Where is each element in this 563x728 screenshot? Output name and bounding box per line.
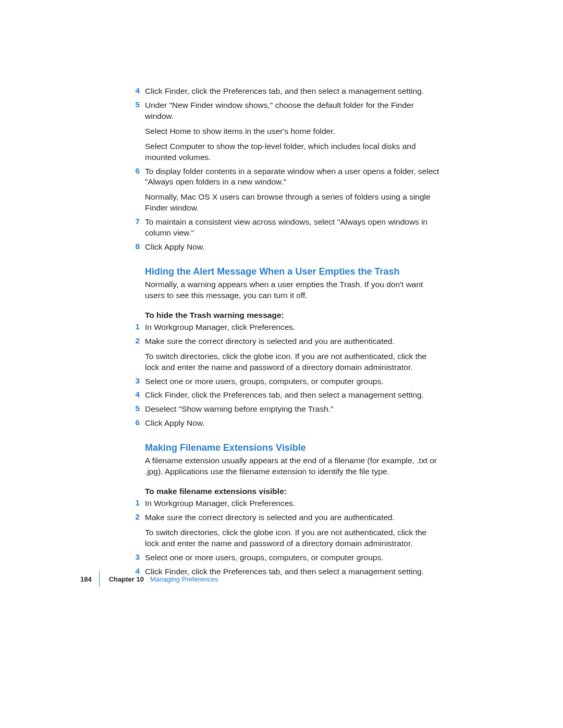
numbered-step: 4Click Finder, click the Preferences tab…: [127, 390, 440, 401]
section-heading-1: Hiding the Alert Message When a User Emp…: [145, 266, 440, 277]
step-number: 5: [127, 100, 145, 109]
page-content: 4Click Finder, click the Preferences tab…: [127, 86, 440, 581]
step-body: In Workgroup Manager, click Preferences.: [145, 498, 440, 509]
step-paragraph: In Workgroup Manager, click Preferences.: [145, 498, 440, 509]
numbered-step: 3Select one or more users, groups, compu…: [127, 552, 440, 563]
step-paragraph: Click Finder, click the Preferences tab,…: [145, 390, 440, 401]
step-number: 7: [127, 217, 145, 226]
step-number: 6: [127, 166, 145, 176]
numbered-step: 6Click Apply Now.: [127, 418, 440, 429]
step-paragraph: Click Apply Now.: [145, 242, 440, 253]
section-heading-2: Making Filename Extensions Visible: [145, 442, 440, 453]
step-paragraph: To switch directories, click the globe i…: [145, 351, 440, 373]
step-number: 2: [127, 336, 145, 346]
numbered-step: 5Deselect "Show warning before emptying …: [127, 404, 440, 415]
step-paragraph: Make sure the correct directory is selec…: [145, 512, 440, 523]
step-number: 4: [127, 390, 145, 399]
step-body: Under "New Finder window shows," choose …: [145, 100, 440, 163]
step-paragraph: Under "New Finder window shows," choose …: [145, 100, 440, 122]
chapter-title: Managing Preferences: [150, 575, 218, 583]
chapter-label: Chapter 10: [109, 575, 144, 583]
step-paragraph: Select Computer to show the top-level fo…: [145, 141, 440, 163]
footer-divider: [99, 571, 100, 587]
step-body: To display folder contents in a separate…: [145, 166, 440, 214]
numbered-step: 3Select one or more users, groups, compu…: [127, 376, 440, 387]
section-intro-2: A filename extension usually appears at …: [145, 455, 440, 477]
step-paragraph: Select one or more users, groups, comput…: [145, 552, 440, 563]
step-body: Select one or more users, groups, comput…: [145, 376, 440, 387]
step-body: Select one or more users, groups, comput…: [145, 552, 440, 563]
numbered-step: 4Click Finder, click the Preferences tab…: [127, 86, 440, 97]
numbered-step: 1In Workgroup Manager, click Preferences…: [127, 322, 440, 333]
numbered-step: 5Under "New Finder window shows," choose…: [127, 100, 440, 163]
step-paragraph: Click Apply Now.: [145, 418, 440, 429]
step-body: Click Apply Now.: [145, 242, 440, 253]
numbered-step: 6To display folder contents in a separat…: [127, 166, 440, 214]
document-page: 4Click Finder, click the Preferences tab…: [0, 0, 563, 728]
section-intro-1: Normally, a warning appears when a user …: [145, 279, 440, 301]
numbered-step: 7To maintain a consistent view across wi…: [127, 217, 440, 239]
step-paragraph: In Workgroup Manager, click Preferences.: [145, 322, 440, 333]
step-body: Deselect "Show warning before emptying t…: [145, 404, 440, 415]
numbered-step: 2Make sure the correct directory is sele…: [127, 336, 440, 373]
step-number: 8: [127, 242, 145, 251]
page-number: 184: [80, 575, 92, 583]
step-paragraph: Select one or more users, groups, comput…: [145, 376, 440, 387]
step-paragraph: To maintain a consistent view across win…: [145, 217, 440, 239]
step-body: Make sure the correct directory is selec…: [145, 512, 440, 549]
step-paragraph: Normally, Mac OS X users can browse thro…: [145, 192, 440, 214]
step-paragraph: To display folder contents in a separate…: [145, 166, 440, 188]
step-number: 3: [127, 552, 145, 562]
step-paragraph: Click Finder, click the Preferences tab,…: [145, 86, 440, 97]
task-heading-1: To hide the Trash warning message:: [145, 311, 440, 320]
numbered-step: 1In Workgroup Manager, click Preferences…: [127, 498, 440, 509]
step-body: To maintain a consistent view across win…: [145, 217, 440, 239]
step-paragraph: To switch directories, click the globe i…: [145, 527, 440, 549]
step-paragraph: Select Home to show items in the user's …: [145, 126, 440, 137]
step-number: 1: [127, 498, 145, 508]
numbered-step: 2Make sure the correct directory is sele…: [127, 512, 440, 549]
numbered-step: 8Click Apply Now.: [127, 242, 440, 253]
step-number: 1: [127, 322, 145, 331]
step-paragraph: Make sure the correct directory is selec…: [145, 336, 440, 347]
step-number: 2: [127, 512, 145, 522]
step-body: In Workgroup Manager, click Preferences.: [145, 322, 440, 333]
step-body: Click Finder, click the Preferences tab,…: [145, 86, 440, 97]
step-body: Click Finder, click the Preferences tab,…: [145, 390, 440, 401]
step-number: 4: [127, 86, 145, 95]
step-body: Click Apply Now.: [145, 418, 440, 429]
task-heading-2: To make filename extensions visible:: [145, 487, 440, 496]
step-number: 5: [127, 404, 145, 413]
page-footer: 184 Chapter 10 Managing Preferences: [80, 571, 218, 587]
step-paragraph: Deselect "Show warning before emptying t…: [145, 404, 440, 415]
step-number: 6: [127, 418, 145, 427]
step-body: Make sure the correct directory is selec…: [145, 336, 440, 373]
step-number: 3: [127, 376, 145, 386]
